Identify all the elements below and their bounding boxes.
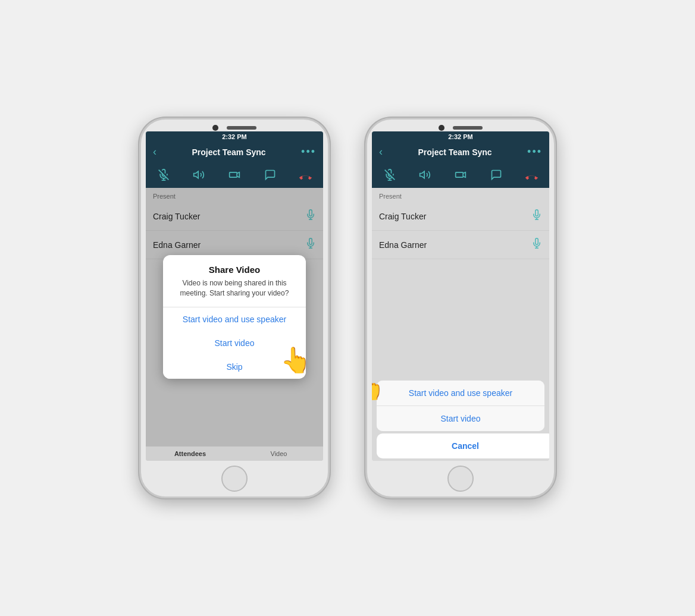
- back-button-right[interactable]: ‹: [379, 146, 383, 158]
- home-button-left[interactable]: [221, 466, 248, 492]
- back-button-left[interactable]: ‹: [153, 146, 156, 158]
- participant-mic-right-1: [531, 208, 542, 224]
- modal-body: Video is now being shared in this meetin…: [163, 278, 306, 298]
- action-start-video-speaker-btn[interactable]: Start video and use speaker: [377, 381, 544, 406]
- phone-shell-left: 2:32 PM ‹ Project Team Sync •••: [139, 118, 330, 498]
- mic-off-icon[interactable]: [155, 166, 172, 183]
- phone-top-area-right: [367, 120, 554, 136]
- home-button-right[interactable]: [447, 466, 474, 492]
- svg-rect-13: [456, 172, 464, 177]
- video-icon-right[interactable]: [452, 166, 469, 183]
- more-options-left[interactable]: •••: [301, 146, 316, 158]
- share-video-modal: Share Video Video is now being shared in…: [163, 255, 306, 379]
- participant-name-right-2: Edna Garner: [379, 240, 427, 250]
- front-camera: [212, 125, 218, 131]
- phone-screen-right: 2:32 PM ‹ Project Team Sync •••: [372, 131, 549, 461]
- participant-row-right-2: Edna Garner: [372, 231, 549, 259]
- earpiece: [227, 126, 256, 130]
- end-call-icon-right[interactable]: [523, 166, 540, 183]
- nav-title-right: Project Team Sync: [418, 147, 491, 157]
- earpiece-right: [453, 126, 483, 130]
- svg-marker-12: [420, 171, 425, 178]
- skip-btn[interactable]: Skip: [163, 355, 306, 379]
- section-present-right: Present: [372, 188, 549, 202]
- speaker-icon[interactable]: [190, 166, 207, 183]
- tab-bar-left: Attendees Video: [146, 446, 323, 461]
- action-sheet-group: Start video and use speaker Start video: [377, 381, 544, 431]
- content-right: Present Craig Tucker Edna Garner: [372, 188, 549, 461]
- participant-mic-right-2: [531, 237, 542, 253]
- chat-icon[interactable]: [262, 166, 278, 183]
- modal-title: Share Video: [163, 265, 306, 275]
- action-start-video-btn[interactable]: Start video: [377, 406, 544, 431]
- nav-title-left: Project Team Sync: [192, 147, 265, 157]
- right-phone: 2:32 PM ‹ Project Team Sync •••: [365, 118, 556, 498]
- left-phone: 2:32 PM ‹ Project Team Sync •••: [139, 118, 330, 498]
- phone-screen-left: 2:32 PM ‹ Project Team Sync •••: [146, 131, 323, 461]
- video-icon[interactable]: [226, 166, 243, 183]
- mic-off-icon-right[interactable]: [381, 166, 398, 183]
- action-sheet-right: 👆 Start video and use speaker Start vide…: [372, 378, 549, 461]
- start-video-speaker-btn[interactable]: Start video and use speaker: [163, 307, 306, 331]
- svg-marker-3: [194, 171, 199, 178]
- chat-icon-right[interactable]: [488, 166, 505, 183]
- phone-top-area: [141, 120, 328, 136]
- start-video-btn[interactable]: Start video: [163, 331, 306, 355]
- end-call-icon[interactable]: [297, 166, 314, 183]
- nav-bar-left: ‹ Project Team Sync •••: [146, 142, 323, 162]
- speaker-icon-right[interactable]: [417, 166, 433, 183]
- nav-bar-right: ‹ Project Team Sync •••: [372, 142, 549, 162]
- participant-row-right-1: Craig Tucker: [372, 202, 549, 231]
- toolbar-right: [372, 162, 549, 188]
- more-options-right[interactable]: •••: [527, 146, 542, 158]
- phone-shell-right: 2:32 PM ‹ Project Team Sync •••: [365, 118, 556, 498]
- svg-rect-4: [230, 172, 237, 177]
- front-camera-right: [439, 125, 444, 131]
- toolbar-left: [146, 162, 323, 188]
- action-cancel-btn[interactable]: Cancel: [377, 433, 549, 458]
- modal-overlay: Share Video Video is now being shared in…: [146, 188, 323, 446]
- tab-video-left[interactable]: Video: [234, 447, 323, 461]
- modal-actions: Start video and use speaker Start video …: [163, 307, 306, 379]
- tab-attendees-left[interactable]: Attendees: [146, 447, 234, 461]
- participant-name-right-1: Craig Tucker: [379, 212, 426, 221]
- content-left: Present Craig Tucker Edna Garner: [146, 188, 323, 446]
